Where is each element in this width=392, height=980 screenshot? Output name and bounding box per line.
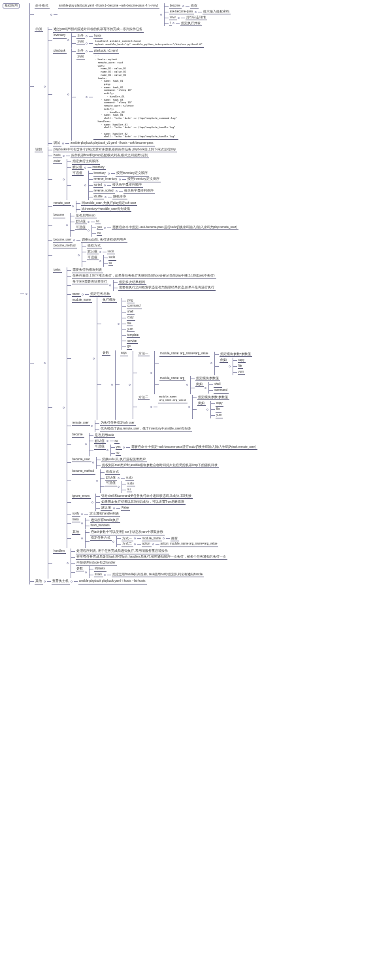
ex3: copy <box>127 316 135 321</box>
tt-m2-k: 方式二 <box>122 542 133 547</box>
meta-1: 通知所有handle执行 <box>90 518 121 523</box>
explain-label: 说明 <box>35 147 43 152</box>
opt-vvvv: vvvv <box>169 15 177 20</box>
tbm-1: su <box>127 487 132 492</box>
tt-m2-a: action <box>142 542 152 547</box>
pb-sample-k: 示例 <box>76 54 85 59</box>
ie-def-k: 默认值 <box>101 505 112 511</box>
inv-sample-v: localhost ansible_connect=local mytest a… <box>93 39 204 47</box>
b-intro: 是否启用sudo <box>75 213 97 218</box>
ie-2: 如果脚本执行结果以非0标识成功，可以设置True忽略错误 <box>101 499 186 505</box>
handlers-k: handlers <box>53 549 66 554</box>
bm-1: su <box>108 262 114 267</box>
notify-v: 定义通知handler列表 <box>89 512 120 517</box>
pb-file-v: playbook_v1.yaml <box>93 49 119 54</box>
tname-k: name <box>72 292 81 297</box>
test-k: 调试 <box>53 141 61 146</box>
bm-0: sudo <box>108 256 117 261</box>
module-name: module_name <box>72 297 93 303</box>
ord-1k: reverse_inventory <box>93 177 119 182</box>
tname-v: 指定任务名称 <box>90 292 111 297</box>
ie-1: 针对shell和command类任务执行命令返回状态码,0:成功,非0失败 <box>101 494 193 499</box>
ord-2k: sorted <box>93 183 104 188</box>
cmd-label: 命令格式 <box>35 3 50 8</box>
example-label: 示例 <box>35 27 43 32</box>
tt-m2-b: action: module_name arg_name=arg_value <box>160 542 219 547</box>
m2-0: copy <box>216 401 224 407</box>
m1b-1: command <box>214 388 229 394</box>
other-sub-v: ansible-playbook playbook.yaml -i hosts … <box>78 579 147 584</box>
hp-listen-v: 指定监听handle队列名称, task使用notify指定队列名称通知hand… <box>112 573 204 578</box>
hp-tasks: 同tasks <box>94 567 106 572</box>
m2a: module_name: arg_name:arg_value <box>158 395 188 403</box>
order-k: order <box>53 159 62 164</box>
tb-def-v: no <box>114 439 120 444</box>
remote-user-k: remote_user <box>53 201 71 206</box>
tbm-def-k: 默认值 <box>105 475 117 481</box>
ord-2v: 按名称字母排列顺序 <box>112 183 143 188</box>
tbu-1: 切换sudo后, 执行进程使用用户 <box>101 458 147 463</box>
tt-k: 指定任务方式 <box>90 536 112 541</box>
ru-l1: 同ansible_user, 为执行play指定ssh user <box>81 201 137 207</box>
tru-1: 为执行任务指定ssh user <box>100 421 136 426</box>
opt-abp-v: 提示输入提权密码 <box>203 9 231 14</box>
idem-k: 每个task需要保证幂等行 <box>72 280 108 285</box>
m2-sub-k: 例如 <box>197 401 206 406</box>
idem-0: 指定多次结果相同 <box>118 280 146 285</box>
b-yes-n: 需要在命令中指定--ask-become-pass进行sudo切换密码输入(输入… <box>112 226 238 231</box>
tother-k: 其他 <box>72 530 80 535</box>
tt-m1-a: module_name <box>142 536 163 541</box>
bm-opts-k: 可选值 <box>87 255 99 260</box>
tb-yes-n: 需要在命令中指定--ask-become-pass进行sudo切换密码输入(输入… <box>131 445 257 450</box>
opt-f-v: 指定执行并发 <box>180 21 202 26</box>
inv-file-v: hosts <box>93 33 103 39</box>
b-yes: yes <box>97 226 103 231</box>
ru-l2: 比inventory中ansible_user优先级低 <box>81 207 131 212</box>
pb-intro: playbooks中可包含多个play,负责对多族机器的操作任务,playboo… <box>53 148 177 153</box>
inventory: inventory <box>53 33 67 39</box>
order-opts-k: 可选值 <box>72 171 84 176</box>
order-def-v: inventory <box>92 165 106 171</box>
other-sub-k: 查看执主机 <box>52 579 70 584</box>
bm-def-k: 默认值 <box>87 249 99 254</box>
tasks-k: tasks <box>53 267 62 273</box>
tbu-k: become_user <box>72 457 91 462</box>
ex7: service <box>127 339 138 344</box>
ord-0k: inventory <box>93 171 107 177</box>
ex6: template <box>127 333 140 338</box>
bu-k: become_user <box>53 237 73 243</box>
hp-k: 参数 <box>76 566 84 571</box>
meta-2: flush_handlers <box>90 524 111 529</box>
ord-1v: 按照inventory定义倒序 <box>127 177 160 182</box>
args-k: 参数 <box>102 350 110 356</box>
spec-sub-k: 例如 <box>220 358 228 363</box>
ord-0v: 按照inventory定义顺序 <box>116 171 149 177</box>
exec-k: 执行模块 <box>102 298 117 303</box>
argsk: args <box>120 351 128 356</box>
hosts-k: hosts <box>53 153 62 158</box>
notify-k: notify <box>72 512 81 517</box>
root: 基础应用 <box>3 3 20 9</box>
ex5: yum <box>127 327 135 332</box>
bm-intro: 提权方式 <box>87 244 102 249</box>
tbm-0: sudo <box>127 481 135 486</box>
b-opts-k: 可选值 <box>75 225 87 230</box>
inv-file-k: 文件 <box>76 33 85 39</box>
ex0: ping <box>127 298 135 303</box>
hosts-v: 操作机器host和group匹配模式列表,模式之间使用:分割 <box>71 153 150 158</box>
tb-opts-k: 可选值 <box>94 445 106 450</box>
h-3: 不能使用include包含handler <box>76 560 116 566</box>
pb-sample: --- - hosts: mytest remote_user: root va… <box>93 54 178 140</box>
ord-3v: 按名称字母排列倒序 <box>123 188 155 194</box>
m1b-0: shell <box>214 382 221 388</box>
yaml-intro: 通过yaml(声明式描述对目标的机器有序的完成一系列操作任务 <box>53 27 144 33</box>
tt-m1-b: 推荐 <box>171 536 179 541</box>
bm-def-v: sudo <box>107 249 116 254</box>
spec-2: yum <box>238 369 246 375</box>
tother-1: 在task参数中可以使用{{ var }}动态从vars中获取参数 <box>90 530 165 535</box>
spec-k: 指定模块参数=参数值 <box>220 352 253 357</box>
become-k: become <box>53 213 65 218</box>
b-def-v: no <box>95 219 101 224</box>
b-no: no <box>97 231 102 236</box>
cmd-value: ansible-play playbook.yaml -i hosts [--b… <box>58 3 159 8</box>
